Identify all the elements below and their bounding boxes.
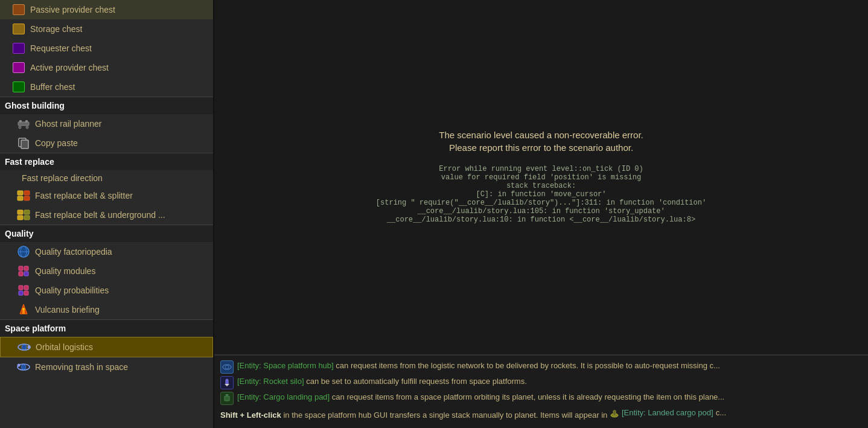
sidebar-item-ghost-rail-planner[interactable]: Ghost rail planner xyxy=(0,114,213,133)
svg-rect-25 xyxy=(24,291,28,295)
sidebar-item-fast-replace-belt-underground[interactable]: Fast replace belt & underground ... xyxy=(0,205,213,225)
svg-point-33 xyxy=(21,365,26,369)
info-line-rocket-silo: [Entity: Rocket silo] can be set to auto… xyxy=(220,376,862,389)
svg-point-31 xyxy=(28,346,30,348)
error-line3: Error while running event level::on_tick… xyxy=(376,165,706,173)
buffer-chest-label: Buffer chest xyxy=(30,82,75,92)
svg-rect-20 xyxy=(19,272,23,276)
info-line-shift-click: Shift + Left-click in the space platform… xyxy=(220,407,862,421)
sidebar-item-requester-chest[interactable]: Requester chest xyxy=(0,39,213,58)
svg-rect-9 xyxy=(18,196,23,200)
svg-marker-38 xyxy=(225,384,229,386)
svg-rect-10 xyxy=(24,196,30,200)
ghost-rail-planner-label: Ghost rail planner xyxy=(35,119,102,129)
cargo-landing-icon xyxy=(220,392,234,405)
fast-replace-direction-label: Fast replace direction xyxy=(22,173,103,183)
svg-rect-8 xyxy=(24,191,30,195)
svg-point-30 xyxy=(22,345,27,350)
svg-rect-6 xyxy=(21,140,28,149)
svg-point-36 xyxy=(225,365,229,369)
svg-rect-19 xyxy=(24,266,28,270)
svg-rect-24 xyxy=(19,291,23,295)
space-hub-icon xyxy=(220,360,234,374)
removing-trash-label: Removing trash in space xyxy=(35,362,128,372)
svg-point-3 xyxy=(19,126,21,129)
svg-rect-18 xyxy=(19,266,23,270)
error-line1: The scenario level caused a non-recovera… xyxy=(376,130,706,140)
vulcanus-briefing-label: Vulcanus briefing xyxy=(35,305,100,315)
orbital-logistics-icon xyxy=(18,340,31,354)
quality-probabilities-label: Quality probabilities xyxy=(35,286,109,295)
svg-rect-21 xyxy=(24,272,28,276)
requester-chest-label: Requester chest xyxy=(30,43,92,53)
ghost-building-header: Ghost building xyxy=(0,97,213,114)
error-line8: __core__/lualib/story.lua:105: in functi… xyxy=(376,207,706,216)
sidebar-item-vulcanus-briefing[interactable]: Vulcanus briefing xyxy=(0,300,213,319)
cargo-landing-text: [Entity: Cargo landing pad] can request … xyxy=(237,392,862,403)
fast-replace-belt-splitter-icon xyxy=(17,189,30,202)
sidebar-item-quality-probabilities[interactable]: Quality probabilities xyxy=(0,281,213,300)
sidebar-item-orbital-logistics[interactable]: Orbital logistics xyxy=(0,337,213,357)
active-provider-chest-label: Active provider chest xyxy=(30,63,109,72)
quality-factoriopedia-icon xyxy=(17,245,30,258)
copy-paste-label: Copy paste xyxy=(35,138,78,148)
error-content: The scenario level caused a non-recovera… xyxy=(376,130,706,224)
ghost-rail-planner-icon xyxy=(17,117,30,130)
buffer-chest-icon xyxy=(12,80,25,94)
passive-provider-chest-label: Passive provider chest xyxy=(30,5,115,14)
sidebar-item-fast-replace-direction[interactable]: Fast replace direction xyxy=(0,170,213,186)
sidebar-item-active-provider-chest[interactable]: Active provider chest xyxy=(0,58,213,77)
svg-rect-2 xyxy=(25,120,28,123)
right-panel: The scenario level caused a non-recovera… xyxy=(214,0,868,428)
copy-paste-icon xyxy=(17,136,30,150)
storage-chest-icon xyxy=(12,22,25,36)
svg-rect-43 xyxy=(613,410,616,415)
rocket-silo-icon xyxy=(220,376,234,389)
info-line-cargo-landing: [Entity: Cargo landing pad] can request … xyxy=(220,392,862,405)
fast-replace-belt-underground-label: Fast replace belt & underground ... xyxy=(35,210,165,220)
error-line2: Please report this error to the scenario… xyxy=(376,142,706,153)
svg-point-4 xyxy=(26,126,28,129)
passive-provider-chest-icon xyxy=(12,3,25,16)
shift-click-text: Shift + Left-click in the space platform… xyxy=(220,407,862,421)
quality-factoriopedia-label: Quality factoriopedia xyxy=(35,247,112,257)
sidebar-item-quality-modules[interactable]: Quality modules xyxy=(0,261,213,281)
error-line9: __core__/lualib/story.lua:10: in functio… xyxy=(376,216,706,224)
storage-chest-label: Storage chest xyxy=(30,24,82,34)
sidebar-item-fast-replace-belt-splitter[interactable]: Fast replace belt & splitter xyxy=(0,186,213,205)
svg-rect-23 xyxy=(24,286,28,290)
svg-rect-39 xyxy=(225,396,229,401)
error-area: The scenario level caused a non-recovera… xyxy=(214,0,868,354)
sidebar-item-passive-provider-chest[interactable]: Passive provider chest xyxy=(0,0,213,19)
sidebar-item-copy-paste[interactable]: Copy paste xyxy=(0,133,213,153)
fast-replace-belt-underground-icon xyxy=(17,208,30,222)
fast-replace-header: Fast replace xyxy=(0,153,213,170)
svg-rect-7 xyxy=(18,191,23,195)
removing-trash-icon xyxy=(17,360,30,374)
sidebar: Passive provider chest Storage chest Req… xyxy=(0,0,214,428)
svg-rect-27 xyxy=(22,310,25,314)
sidebar-item-storage-chest[interactable]: Storage chest xyxy=(0,19,213,39)
sidebar-item-removing-trash[interactable]: Removing trash in space xyxy=(0,357,213,377)
svg-point-34 xyxy=(18,364,20,366)
svg-rect-12 xyxy=(24,210,30,214)
info-line-space-hub: [Entity: Space platform hub] can request… xyxy=(220,360,862,374)
svg-rect-22 xyxy=(19,286,23,290)
svg-rect-1 xyxy=(19,120,22,123)
space-platform-header: Space platform xyxy=(0,319,213,337)
orbital-logistics-label: Orbital logistics xyxy=(36,342,93,352)
quality-probabilities-icon xyxy=(17,284,30,297)
svg-point-28 xyxy=(22,308,25,310)
sidebar-item-buffer-chest[interactable]: Buffer chest xyxy=(0,77,213,97)
active-provider-chest-icon xyxy=(12,61,25,74)
error-line7: [string " require("__core__/lualib/story… xyxy=(376,199,706,207)
bottom-info-bar: [Entity: Space platform hub] can request… xyxy=(214,354,868,428)
fast-replace-belt-splitter-label: Fast replace belt & splitter xyxy=(35,191,133,200)
vulcanus-briefing-icon xyxy=(17,303,30,316)
error-line4: value for required field 'position' is m… xyxy=(376,173,706,182)
space-hub-text: [Entity: Space platform hub] can request… xyxy=(237,360,862,371)
error-line5: stack traceback: xyxy=(376,182,706,190)
sidebar-item-quality-factoriopedia[interactable]: Quality factoriopedia xyxy=(0,242,213,261)
rocket-silo-text: [Entity: Rocket silo] can be set to auto… xyxy=(237,376,862,387)
svg-rect-13 xyxy=(18,216,23,220)
